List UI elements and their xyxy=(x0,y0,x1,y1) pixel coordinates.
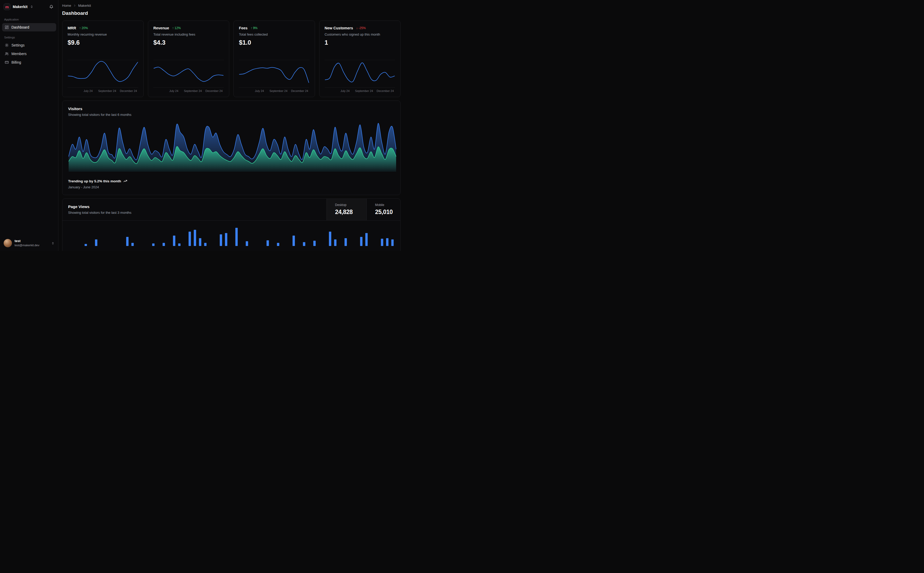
workspace-selector[interactable]: m Makerkit xyxy=(4,3,46,10)
sidebar-item-label: Members xyxy=(11,52,27,56)
nav-section-settings: Settings xyxy=(0,32,58,41)
page-views-subtitle: Showing total visitors for the last 3 mo… xyxy=(68,211,321,214)
chevron-right-icon xyxy=(73,4,77,7)
visitors-subtitle: Showing total visitors for the last 6 mo… xyxy=(68,113,395,117)
trend-badge: ↑12% xyxy=(172,26,180,30)
stat-subtitle: Total fees collected xyxy=(239,33,309,36)
trend-badge: ↓-25% xyxy=(356,26,366,30)
stat-value: 1 xyxy=(325,39,395,46)
stat-card-mrr: MRR ↑20% Monthly recurring revenue $9.6 … xyxy=(62,20,144,97)
trend-badge: ↑20% xyxy=(79,26,88,30)
user-name: test xyxy=(14,239,49,243)
main-content: Home Makerkit Dashboard MRR ↑20% Monthly… xyxy=(58,0,405,251)
visitors-trend-text: Trending up by 5.2% this month xyxy=(68,179,121,183)
stat-title: MRR xyxy=(67,26,76,30)
stat-subtitle: Customers who signed up this month xyxy=(325,33,395,36)
visitors-title: Visitors xyxy=(68,106,395,111)
sidebar-item-label: Settings xyxy=(11,43,25,47)
sidebar-item-label: Billing xyxy=(11,60,21,64)
workspace-name: Makerkit xyxy=(13,5,28,9)
sidebar-item-label: Dashboard xyxy=(11,25,29,29)
visitors-card: Visitors Showing total visitors for the … xyxy=(62,100,400,195)
sidebar-header: m Makerkit xyxy=(0,0,58,13)
nav-section-application: Application xyxy=(0,14,58,23)
stat-card-new-customers: New Customers ↓-25% Customers who signed… xyxy=(319,20,400,97)
brand-logo: m xyxy=(4,3,10,10)
stat-title: Fees xyxy=(239,26,248,30)
visitors-area-chart xyxy=(68,121,397,172)
breadcrumb-home[interactable]: Home xyxy=(62,4,71,8)
page-views-card: Page Views Showing total visitors for th… xyxy=(62,199,400,251)
sidebar-item-settings[interactable]: Settings xyxy=(2,41,56,49)
notifications-bell-icon[interactable] xyxy=(48,4,55,10)
stat-cards-row: MRR ↑20% Monthly recurring revenue $9.6 … xyxy=(62,20,400,97)
breadcrumb-current: Makerkit xyxy=(78,4,91,8)
chevrons-up-down-icon xyxy=(30,5,33,9)
sidebar-item-billing[interactable]: Billing xyxy=(2,58,56,66)
chevrons-up-down-icon xyxy=(51,241,55,245)
sidebar-nav: Application Dashboard Settings Settings … xyxy=(0,13,58,68)
desktop-label: Desktop xyxy=(335,203,364,207)
mobile-value: 25,010 xyxy=(375,208,398,216)
sidebar-item-members[interactable]: Members xyxy=(2,50,56,58)
trend-up-icon: ↑ xyxy=(172,26,174,30)
toggle-desktop[interactable]: Desktop 24,828 xyxy=(326,199,367,220)
stat-value: $9.6 xyxy=(67,39,138,46)
stat-title: Revenue xyxy=(153,26,169,30)
toggle-mobile[interactable]: Mobile 25,010 xyxy=(367,199,400,220)
stat-card-fees: Fees ↑9% Total fees collected $1.0 July … xyxy=(234,20,315,97)
trending-up-icon xyxy=(123,179,127,183)
stat-value: $1.0 xyxy=(239,39,309,46)
page-views-title: Page Views xyxy=(68,204,321,209)
stat-subtitle: Total revenue including fees xyxy=(153,33,224,36)
visitors-date-range: January - June 2024 xyxy=(68,185,395,189)
new-customers-sparkline-chart: July 24September 24December 24 xyxy=(325,59,395,93)
mrr-sparkline-chart: July 24September 24December 24 xyxy=(67,59,138,93)
trend-down-icon: ↓ xyxy=(356,26,358,30)
dashboard-grid-icon xyxy=(5,25,9,29)
user-menu[interactable]: test test@makerkit.dev xyxy=(0,235,58,251)
stat-subtitle: Monthly recurring revenue xyxy=(67,33,138,36)
sidebar: m Makerkit Application Dashboard Setting… xyxy=(0,0,58,251)
sidebar-item-dashboard[interactable]: Dashboard xyxy=(2,23,56,31)
page-title: Dashboard xyxy=(62,10,400,16)
trend-up-icon: ↑ xyxy=(79,26,81,30)
trend-badge: ↑9% xyxy=(251,26,257,30)
mobile-label: Mobile xyxy=(375,203,398,207)
revenue-sparkline-chart: July 24September 24December 24 xyxy=(153,59,224,93)
page-views-bar-chart xyxy=(83,228,395,246)
gear-icon xyxy=(5,43,9,47)
breadcrumb: Home Makerkit xyxy=(62,4,400,8)
avatar xyxy=(4,239,12,247)
stat-value: $4.3 xyxy=(153,39,224,46)
credit-card-icon xyxy=(5,60,9,64)
stat-title: New Customers xyxy=(325,26,353,30)
users-icon xyxy=(5,52,9,56)
desktop-value: 24,828 xyxy=(335,208,364,216)
fees-sparkline-chart: July 24September 24December 24 xyxy=(239,59,309,93)
user-email: test@makerkit.dev xyxy=(14,243,49,247)
trend-up-icon: ↑ xyxy=(251,26,252,30)
stat-card-revenue: Revenue ↑12% Total revenue including fee… xyxy=(148,20,229,97)
